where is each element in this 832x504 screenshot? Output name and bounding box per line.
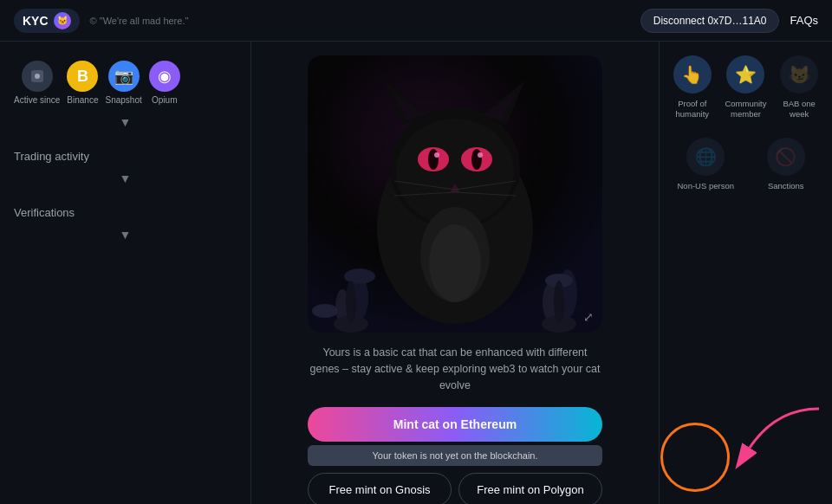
binance-icon: B	[67, 61, 98, 92]
chevron-down-icon: ▼	[120, 115, 132, 129]
svg-point-8	[344, 268, 375, 284]
svg-point-21	[434, 152, 439, 158]
trading-chevron[interactable]: ▼	[10, 166, 240, 191]
badge-proof-of-humanity: 👆 Proof of humanity	[670, 55, 715, 120]
svg-point-1	[35, 74, 40, 79]
chevron-down-icon-3: ▼	[120, 228, 132, 242]
mint-bottom-row: Free mint on Gnosis Free mint on Polygon	[308, 473, 602, 504]
badge-grid-row2: 🌐 Non-US person 🚫 Sanctions	[670, 138, 822, 191]
logo-icon: 🐱	[54, 12, 71, 29]
sanctions-icon: 🚫	[767, 138, 805, 176]
svg-point-29	[429, 224, 481, 302]
proof-of-humanity-icon: 👆	[673, 55, 712, 94]
non-us-person-label: Non-US person	[678, 181, 734, 191]
logo-text: KYC	[23, 14, 49, 28]
badge-grid-row1: 👆 Proof of humanity ⭐ Community member 😼…	[670, 55, 822, 120]
nft-image-container: ⤢	[308, 55, 602, 333]
svg-point-31	[346, 281, 356, 324]
right-panel: 👆 Proof of humanity ⭐ Community member 😼…	[659, 42, 832, 504]
mint-ethereum-button[interactable]: Mint cat on Ethereum	[308, 407, 602, 442]
opium-icon: ◉	[149, 61, 180, 92]
sidebar: Active since B Binance 📷 Snapshot	[0, 42, 251, 504]
activity-item-opium: ◉ Opium	[149, 61, 180, 105]
tooltip-bar: Your token is not yet on the blockchain.	[308, 445, 602, 466]
svg-point-19	[428, 149, 439, 170]
badge-community-member: ⭐ Community member	[724, 55, 769, 120]
trading-title: Trading activity	[10, 143, 240, 166]
active-since-icon	[22, 61, 53, 92]
verifications-title: Verifications	[10, 199, 240, 223]
activity-item-active: Active since	[14, 61, 60, 105]
active-since-label: Active since	[14, 95, 60, 105]
chevron-down-icon-2: ▼	[120, 171, 132, 185]
bab-one-week-label: BAB one week	[777, 99, 822, 120]
mint-polygon-button[interactable]: Free mint on Polygon	[458, 473, 602, 504]
disconnect-button[interactable]: Disconnect 0x7D…11A0	[640, 9, 780, 33]
community-member-icon: ⭐	[726, 55, 764, 94]
activity-item-binance: B Binance	[67, 61, 98, 105]
community-member-label: Community member	[724, 99, 769, 120]
bab-one-week-icon: 😼	[780, 55, 818, 94]
verifications-chevron[interactable]: ▼	[10, 223, 240, 247]
opium-label: Opium	[152, 95, 177, 105]
faqs-link[interactable]: FAQs	[790, 14, 818, 27]
svg-point-33	[554, 281, 564, 324]
activity-chevron[interactable]: ▼	[10, 110, 240, 134]
expand-icon: ⤢	[583, 310, 594, 324]
binance-label: Binance	[67, 95, 98, 105]
center-content: ⤢ Yours is a basic cat that can be enhan…	[251, 42, 659, 504]
activity-icons-row: Active since B Binance 📷 Snapshot	[10, 55, 240, 110]
header-right: Disconnect 0x7D…11A0 FAQs	[640, 9, 818, 33]
svg-point-7	[312, 304, 338, 318]
svg-point-20	[471, 149, 482, 170]
main-layout: Active since B Binance 📷 Snapshot	[0, 42, 832, 504]
trading-section: Trading activity ▼	[10, 143, 240, 191]
header-quote: © "We're all mad here."	[90, 16, 189, 26]
snapshot-label: Snapshot	[106, 95, 142, 105]
svg-point-22	[478, 152, 483, 158]
mint-gnosis-button[interactable]: Free mint on Gnosis	[308, 473, 452, 504]
activity-item-snapshot: 📷 Snapshot	[106, 61, 142, 105]
snapshot-icon: 📷	[108, 61, 140, 92]
verifications-section: Verifications ▼	[10, 199, 240, 247]
proof-of-humanity-label: Proof of humanity	[670, 99, 715, 120]
activity-section: Active since B Binance 📷 Snapshot	[10, 55, 240, 134]
nft-image: ⤢	[308, 55, 602, 333]
mint-buttons-container: Mint cat on Ethereum Your token is not y…	[308, 407, 602, 504]
badge-bab-one-week: 😼 BAB one week	[777, 55, 822, 120]
non-us-person-icon: 🌐	[686, 138, 725, 176]
logo: KYC 🐱	[14, 9, 80, 33]
header: KYC 🐱 © "We're all mad here." Disconnect…	[0, 0, 832, 42]
nft-description: Yours is a basic cat that can be enhance…	[308, 345, 602, 393]
sanctions-label: Sanctions	[768, 181, 804, 191]
badge-sanctions: 🚫 Sanctions	[751, 138, 822, 191]
badge-non-us-person: 🌐 Non-US person	[670, 138, 742, 191]
